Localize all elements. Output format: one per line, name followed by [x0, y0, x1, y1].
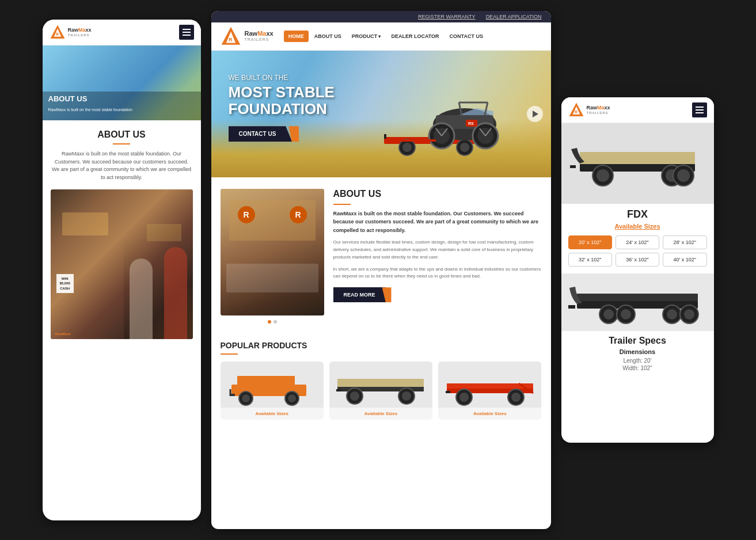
size-btn-28x102[interactable]: 28' x 102" — [663, 235, 706, 249]
svg-rect-30 — [237, 376, 295, 386]
product-card-1: Available Sizes — [221, 362, 324, 420]
fdx-label: FDX — [561, 204, 714, 223]
nav-logo-icon: R — [221, 26, 241, 47]
svg-text:RS: RS — [468, 121, 474, 126]
svg-point-70 — [603, 309, 614, 320]
left-mobile-header: R RawMaxx TRAILERS — [43, 20, 201, 45]
size-btn-24x102[interactable]: 24' x 102" — [616, 235, 659, 249]
svg-rect-57 — [580, 156, 695, 164]
trailer-specs-title: Trailer Specs — [561, 331, 714, 348]
right-mobile-header: R RawMaxx TRAILERS — [561, 97, 714, 123]
size-btn-40x102[interactable]: 40' x 102" — [663, 253, 706, 267]
showroom-image: WIN $5,000 CASH RawMaxx — [51, 189, 193, 339]
svg-point-11 — [460, 143, 469, 152]
product-link-1[interactable]: Available Sizes — [221, 408, 324, 420]
product-card-3: Available Sizes — [438, 362, 541, 420]
about-us-hero-sub: RawMaxx is built on the most stable foun… — [48, 108, 132, 112]
about-text-column: ABOUT US RawMaxx is built on the most st… — [333, 189, 542, 324]
svg-rect-58 — [580, 152, 695, 157]
spec-width: Width: 102" — [561, 365, 714, 371]
size-btn-32x102[interactable]: 32' x 102" — [568, 253, 612, 267]
read-more-button[interactable]: READ MORE — [333, 287, 386, 302]
svg-point-44 — [402, 391, 411, 401]
svg-rect-67 — [577, 294, 698, 301]
left-logo: R RawMaxx TRAILERS — [50, 24, 92, 40]
hamburger-menu-icon[interactable] — [179, 25, 194, 40]
svg-point-61 — [597, 169, 609, 182]
logo-icon: R — [50, 24, 66, 40]
nav-logo-text: RawMaxx TRAILERS — [245, 30, 273, 43]
dot-inactive[interactable] — [273, 320, 277, 324]
nav-item-contact[interactable]: CONTACT US — [445, 31, 488, 42]
hero-title: MOST STABLE FOUNDATION — [229, 84, 335, 117]
nav-item-about[interactable]: ABOUT US — [310, 31, 346, 42]
nav-item-home[interactable]: HOME — [284, 31, 309, 42]
svg-rect-7 — [384, 134, 386, 139]
available-sizes-title[interactable]: Available Sizes — [561, 223, 714, 230]
about-bold-text: RawMaxx is built on the most stable foun… — [333, 210, 542, 234]
size-btn-36x102[interactable]: 36' x 102" — [616, 253, 659, 267]
right-hamburger-icon[interactable] — [692, 102, 707, 117]
about-title-underline — [333, 204, 351, 205]
about-text-2: In short, we are a company that adapts t… — [333, 266, 542, 281]
nav-item-product[interactable]: PRODUCT — [347, 31, 386, 42]
fdx-trailer-image — [561, 123, 714, 204]
about-us-title: ABOUT US — [333, 189, 542, 199]
product-link-2[interactable]: Available Sizes — [329, 408, 432, 420]
products-grid: Available Sizes Available S — [221, 362, 542, 420]
center-main-website: REGISTER WARRANTY DEALER APPLICATION R R… — [211, 11, 551, 529]
product-image-1 — [221, 362, 324, 408]
svg-point-9 — [402, 143, 412, 152]
right-logo-text: RawMaxx TRAILERS — [587, 105, 610, 115]
svg-rect-66 — [577, 301, 698, 309]
play-button[interactable] — [527, 106, 543, 122]
dealer-application-link[interactable]: DEALER APPLICATION — [486, 14, 542, 20]
trailer-specs-image — [561, 273, 714, 331]
nav-bar: R RawMaxx TRAILERS HOME ABOUT US PRODUCT… — [211, 22, 551, 51]
top-bar: REGISTER WARRANTY DEALER APPLICATION — [211, 11, 551, 22]
svg-point-65 — [677, 169, 690, 182]
product-image-3 — [438, 362, 541, 408]
about-image-column: R R — [221, 189, 324, 324]
svg-text:R: R — [55, 32, 58, 36]
dimensions-title: Dimensions — [561, 348, 714, 355]
nav-item-dealer[interactable]: DEALER LOCATOR — [386, 31, 443, 42]
svg-rect-40 — [336, 389, 341, 391]
left-image-container: WIN $5,000 CASH RawMaxx — [51, 189, 193, 339]
svg-point-33 — [242, 394, 250, 402]
product-link-3[interactable]: Available Sizes — [438, 408, 541, 420]
sizes-grid: 20' x 102" 24' x 102" 28' x 102" 32' x 1… — [561, 235, 714, 267]
size-btn-20x102[interactable]: 20' x 102" — [568, 235, 612, 249]
hero-cta-button[interactable]: CONTACT US — [229, 126, 292, 142]
title-underline — [113, 143, 130, 144]
hero-cta-wrapper: CONTACT US — [229, 126, 292, 142]
svg-rect-68 — [568, 305, 575, 309]
svg-rect-47 — [446, 391, 450, 393]
svg-point-74 — [667, 309, 677, 320]
register-warranty-link[interactable]: REGISTER WARRANTY — [418, 14, 476, 20]
svg-rect-59 — [570, 165, 576, 168]
play-icon — [533, 111, 538, 117]
logo-text: RawMaxx TRAILERS — [68, 28, 92, 37]
product-image-2 — [329, 362, 432, 408]
svg-point-51 — [511, 393, 521, 402]
svg-text:R: R — [228, 37, 232, 43]
rawmaxx-logo-banner: RawMaxx — [55, 332, 71, 336]
svg-text:R: R — [574, 110, 577, 114]
atv-vehicle-image: RS — [378, 74, 540, 166]
left-about-desc: RawMaxx is built on the most stable foun… — [51, 150, 193, 181]
svg-point-72 — [621, 309, 631, 320]
svg-rect-39 — [337, 379, 424, 383]
popular-products-title: POPULAR PRODUCTS — [221, 341, 542, 350]
dot-active[interactable] — [268, 320, 271, 324]
about-us-hero-label: ABOUT US — [48, 94, 88, 103]
nav-items: HOME ABOUT US PRODUCT DEALER LOCATOR CON… — [284, 31, 488, 42]
about-section: R R ABOUT US RawMaxx is built on the mos… — [211, 177, 551, 335]
nav-logo: R RawMaxx TRAILERS — [221, 26, 273, 47]
spec-length: Length: 20' — [561, 358, 714, 364]
hero-subtitle: WE BUILT ON THE — [229, 74, 335, 82]
about-showroom-image: R R — [221, 189, 324, 315]
left-mobile-device: R RawMaxx TRAILERS ABOUT US RawMaxx is b… — [43, 20, 201, 520]
product-card-2: Available Sizes — [329, 362, 432, 420]
left-about-title: ABOUT US — [51, 130, 193, 140]
